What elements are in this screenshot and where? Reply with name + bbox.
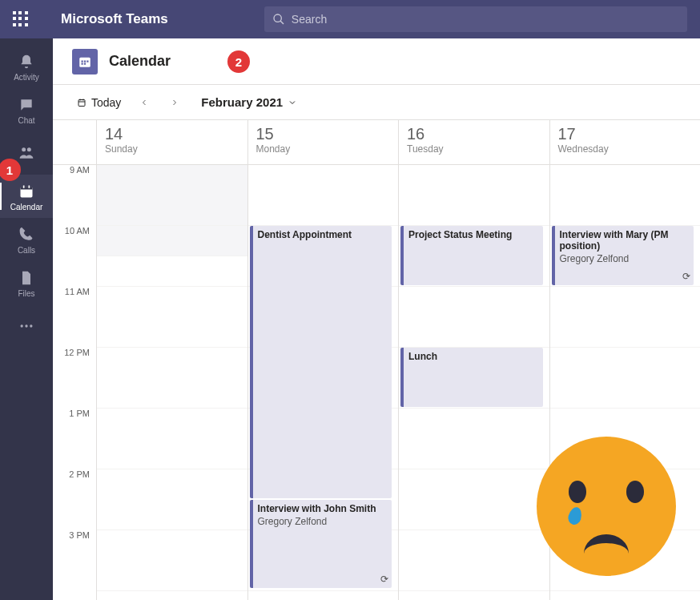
bell-icon <box>17 52 36 71</box>
ellipsis-icon <box>17 316 36 336</box>
day-number: 17 <box>558 125 693 143</box>
rail-label: Files <box>18 289 34 298</box>
recurring-icon: ⟳ <box>682 271 690 282</box>
event-title: Lunch <box>408 351 538 362</box>
rail-activity[interactable]: Activity <box>0 45 53 88</box>
search-placeholder: Search <box>292 13 327 26</box>
hour-label: 2 PM <box>53 469 96 530</box>
day-number: 16 <box>407 125 541 143</box>
app-launcher-icon[interactable] <box>13 11 29 27</box>
rail-label: Calendar <box>10 203 43 211</box>
recurring-icon: ⟳ <box>380 574 388 585</box>
calendar-app-icon <box>72 49 98 74</box>
svg-rect-5 <box>21 187 33 189</box>
chat-icon <box>17 95 36 115</box>
svg-point-3 <box>27 147 31 151</box>
svg-point-9 <box>25 324 27 327</box>
svg-rect-16 <box>84 62 86 64</box>
svg-rect-14 <box>86 60 88 62</box>
rail-files[interactable]: Files <box>0 261 53 304</box>
day-number: 15 <box>256 125 391 143</box>
event-title: Interview with John Smith <box>258 503 388 514</box>
today-label: Today <box>91 96 121 109</box>
rail-label: Calls <box>18 246 35 255</box>
calendar-today-icon <box>77 98 86 107</box>
hour-label: 3 PM <box>53 530 96 591</box>
rail-teams[interactable]: 1 <box>0 131 53 175</box>
chevron-right-icon <box>170 98 179 107</box>
event-interview-john[interactable]: Interview with John Smith Gregory Zelfon… <box>250 500 392 588</box>
event-subtitle: Gregory Zelfond <box>560 253 690 264</box>
svg-rect-13 <box>84 60 86 62</box>
search-input[interactable]: Search <box>264 6 687 32</box>
time-column: 9 AM 10 AM 11 AM 12 PM 1 PM 2 PM 3 PM <box>53 165 96 600</box>
top-bar: Microsoft Teams Search <box>0 0 700 38</box>
event-subtitle: Gregory Zelfond <box>258 516 388 527</box>
phone-icon <box>17 225 36 244</box>
event-title: Interview with Mary (PM position) <box>560 229 690 252</box>
day-column-sun[interactable] <box>96 165 247 600</box>
day-header-sun[interactable]: 14 Sunday <box>96 120 247 164</box>
day-header-tue[interactable]: 16 Tuesday <box>398 120 549 164</box>
calendar-icon <box>17 182 36 201</box>
annotation-badge-2: 2 <box>227 50 250 73</box>
day-number: 14 <box>105 125 239 143</box>
app-rail: Activity Chat 1 Calendar Calls Files <box>0 38 53 600</box>
svg-rect-17 <box>78 99 85 106</box>
search-icon <box>272 13 285 26</box>
teams-icon <box>17 143 36 163</box>
prev-week-button[interactable] <box>132 91 156 115</box>
day-column-mon[interactable]: Dentist Appointment Interview with John … <box>247 165 399 600</box>
chevron-down-icon <box>288 98 297 107</box>
svg-rect-15 <box>82 62 83 64</box>
day-column-tue[interactable]: Project Status Meeting Lunch <box>398 165 549 600</box>
hour-label: 11 AM <box>53 287 96 348</box>
page-header: Calendar 2 <box>53 38 700 85</box>
hour-label: 12 PM <box>53 348 96 409</box>
day-name: Monday <box>256 143 391 155</box>
svg-point-2 <box>22 147 26 151</box>
rail-label: Chat <box>18 116 34 125</box>
rail-calls[interactable]: Calls <box>0 218 53 261</box>
event-lunch[interactable]: Lunch <box>400 348 543 407</box>
calendar-grid: 9 AM 10 AM 11 AM 12 PM 1 PM 2 PM 3 PM De… <box>53 165 700 600</box>
rail-chat[interactable]: Chat <box>0 88 53 131</box>
hour-label: 10 AM <box>53 226 96 287</box>
rail-calendar[interactable]: Calendar <box>0 175 53 218</box>
event-title: Dentist Appointment <box>258 229 388 240</box>
svg-point-0 <box>274 14 281 22</box>
event-dentist[interactable]: Dentist Appointment <box>250 226 392 498</box>
svg-line-1 <box>280 21 284 24</box>
event-title: Project Status Meeting <box>408 229 538 240</box>
brand-title: Microsoft Teams <box>61 11 168 27</box>
hour-label: 1 PM <box>53 409 96 469</box>
sad-emoji-overlay <box>537 437 676 576</box>
day-name: Tuesday <box>407 143 541 155</box>
calendar-toolbar: Today February 2021 <box>53 85 700 120</box>
day-headers: 14 Sunday 15 Monday 16 Tuesday 17 Wednes… <box>53 120 700 165</box>
svg-point-8 <box>21 324 23 327</box>
day-header-mon[interactable]: 15 Monday <box>247 120 399 164</box>
event-interview-mary[interactable]: Interview with Mary (PM position) Gregor… <box>552 226 694 285</box>
hour-label: 9 AM <box>53 165 96 226</box>
rail-label: Activity <box>14 73 39 82</box>
day-header-wed[interactable]: 17 Wednesday <box>549 120 701 164</box>
event-status-meeting[interactable]: Project Status Meeting <box>400 226 543 285</box>
file-icon <box>17 268 36 288</box>
day-name: Sunday <box>105 143 239 155</box>
day-name: Wednesday <box>558 143 693 155</box>
month-label: February 2021 <box>201 95 283 109</box>
main-content: Calendar 2 Today February 2021 14 <box>53 38 700 600</box>
page-title: Calendar <box>109 53 171 70</box>
rail-more[interactable] <box>0 304 53 348</box>
svg-rect-12 <box>82 60 83 62</box>
svg-point-10 <box>30 324 32 327</box>
today-button[interactable]: Today <box>72 93 126 112</box>
chevron-left-icon <box>139 98 149 107</box>
next-week-button[interactable] <box>163 91 187 115</box>
month-picker[interactable]: February 2021 <box>201 95 297 109</box>
